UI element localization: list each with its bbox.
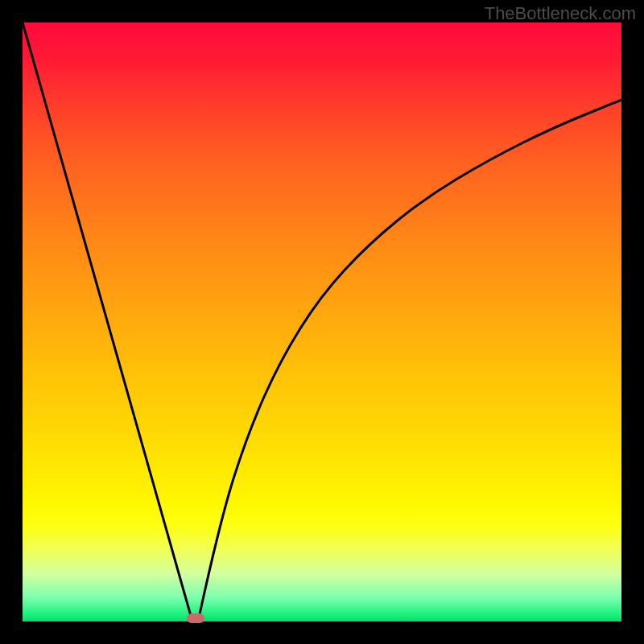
chart-frame: TheBottleneck.com [0, 0, 644, 644]
bottleneck-marker [187, 613, 204, 623]
plot-area [23, 23, 621, 621]
curve-left-branch [23, 23, 192, 621]
watermark-text: TheBottleneck.com [485, 3, 636, 24]
curve-right-branch [198, 100, 621, 621]
curve-layer [23, 23, 621, 621]
